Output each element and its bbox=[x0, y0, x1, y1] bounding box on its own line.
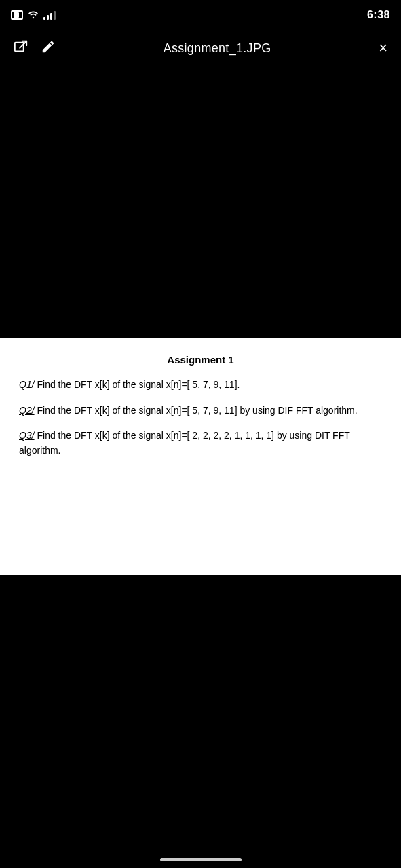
header-bar: Assignment_1.JPG × bbox=[0, 30, 401, 66]
time-display: 6:38 bbox=[367, 9, 390, 21]
share-icon[interactable] bbox=[14, 39, 28, 57]
document-content: Assignment 1 Q1/ Find the DFT x[k] of th… bbox=[0, 338, 401, 575]
black-bottom-region bbox=[0, 575, 401, 868]
document-title: Assignment_1.JPG bbox=[164, 41, 271, 56]
q3-label: Q3/ bbox=[19, 430, 35, 441]
close-button[interactable]: × bbox=[379, 41, 387, 56]
q2-label: Q2/ bbox=[19, 405, 35, 416]
battery-icon bbox=[11, 10, 23, 20]
q1-text: Find the DFT x[k] of the signal x[n]=[ 5… bbox=[35, 379, 240, 390]
question-3: Q3/ Find the DFT x[k] of the signal x[n]… bbox=[19, 429, 382, 458]
question-1: Q1/ Find the DFT x[k] of the signal x[n]… bbox=[19, 378, 382, 393]
edit-icon[interactable] bbox=[41, 39, 56, 57]
status-icons-left bbox=[11, 9, 56, 21]
status-bar: 6:38 bbox=[0, 0, 401, 30]
question-2: Q2/ Find the DFT x[k] of the signal x[n]… bbox=[19, 403, 382, 418]
q2-text: Find the DFT x[k] of the signal x[n]=[ 5… bbox=[35, 405, 358, 416]
header-left-icons[interactable] bbox=[14, 39, 56, 57]
home-indicator bbox=[160, 858, 242, 861]
q3-text: Find the DFT x[k] of the signal x[n]=[ 2… bbox=[19, 430, 350, 456]
q1-label: Q1/ bbox=[19, 379, 35, 390]
wifi-icon bbox=[27, 9, 39, 21]
signal-icon bbox=[43, 10, 56, 20]
black-top-region bbox=[0, 66, 401, 338]
svg-rect-0 bbox=[15, 43, 24, 52]
document-heading: Assignment 1 bbox=[19, 354, 382, 366]
